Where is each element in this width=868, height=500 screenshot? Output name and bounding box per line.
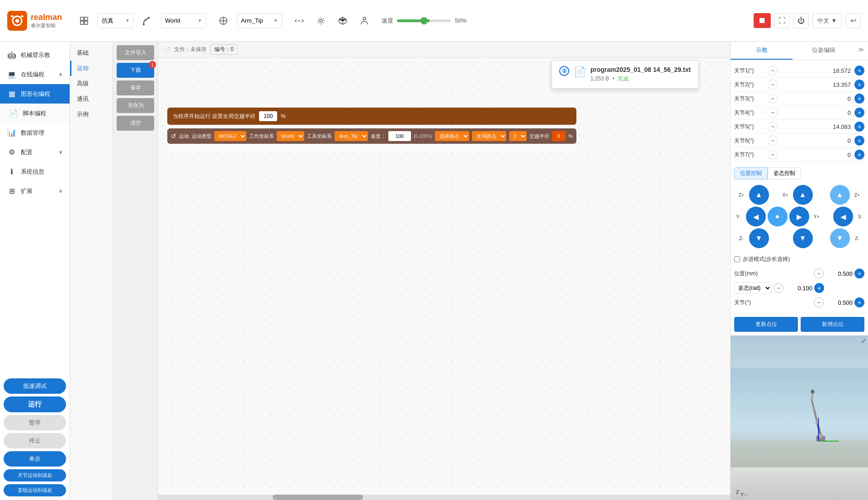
line-to-end-btn[interactable]: 直线运动到该处 (4, 484, 66, 496)
xplus-btn[interactable]: ▲ (793, 185, 813, 205)
fullscreen-btn[interactable]: ⛶ (774, 13, 790, 28)
file-import-btn[interactable]: 文件导入 (117, 45, 154, 60)
sidebar-item-config[interactable]: ⚙ 配置 ∨ (0, 142, 70, 162)
joint-5-minus-btn[interactable]: − (768, 122, 778, 132)
move-waypoint-select[interactable]: 全局路点 (472, 131, 506, 141)
joint-1-label: 关节1(°) (734, 67, 766, 75)
save-as-btn[interactable]: 另存为 (117, 98, 154, 113)
settings-icon-btn[interactable] (313, 13, 329, 29)
arm-tip-icon-btn[interactable] (215, 13, 231, 29)
move-choose-point-select[interactable]: 选择路点 (435, 131, 469, 141)
power-btn[interactable]: ⏻ (793, 13, 809, 28)
pos-plus-btn[interactable]: + (854, 269, 864, 278)
joint-7-plus-btn[interactable]: + (854, 150, 864, 160)
move-block[interactable]: ↺ 运动 运动类型 MOVEJ MOVEL 工作坐标系 World 工具 (167, 128, 576, 144)
pose-plus-btn[interactable]: + (814, 283, 824, 293)
link-icon-btn[interactable] (291, 13, 307, 29)
yplus-btn[interactable]: ▶ (789, 207, 809, 226)
single-step-btn[interactable]: 单步 (4, 451, 66, 467)
stop-btn[interactable]: 停止 (4, 433, 66, 448)
joint-minus-btn[interactable]: − (814, 297, 824, 307)
move-cross-input[interactable] (552, 131, 566, 141)
logout-btn[interactable]: ↩ (845, 13, 861, 28)
pose-dropdown[interactable]: 姿态(rad) 姿态(deg) (734, 282, 772, 294)
zminus-label: Z- (736, 236, 747, 241)
slow-test-btn[interactable]: 低速调试 (4, 378, 66, 394)
world-dropdown[interactable]: World ▼ (161, 13, 206, 28)
canvas-area[interactable]: 当程序开始运行 设置全局交越半径 % ↺ 运动 运动类型 MOVEJ MOVEL (158, 58, 730, 495)
tab-pose-edit[interactable]: 位姿编辑 (793, 42, 854, 60)
joint-2-minus-btn[interactable]: − (768, 80, 778, 90)
mode-dropdown[interactable]: 仿真 ▼ (98, 13, 134, 28)
xdown-btn[interactable]: ▼ (793, 228, 813, 248)
sidebar-item-script-prog[interactable]: 📄 脚本编程 (0, 104, 70, 123)
speed-slider[interactable] (397, 19, 451, 22)
prog-start-value[interactable] (259, 111, 277, 121)
joint-6-plus-btn[interactable]: + (854, 136, 864, 146)
clear-btn[interactable]: 清空 (117, 116, 154, 131)
arm-tip-dropdown[interactable]: Arm_Tip ▼ (237, 13, 282, 28)
move-speed-input[interactable] (388, 131, 411, 141)
cat-item-motion[interactable]: 运动 (70, 61, 113, 76)
right-panel-close-btn[interactable]: ≫ (854, 42, 868, 60)
pos-minus-btn[interactable]: − (814, 269, 824, 278)
person-icon-btn[interactable] (356, 13, 373, 29)
move-arm-tip-select[interactable]: Arm_Tip (335, 131, 368, 141)
joint-6-minus-btn[interactable]: − (768, 136, 778, 146)
scrollbar-thumb[interactable] (273, 495, 363, 500)
sidebar-item-extend[interactable]: ⊞ 扩展 ∨ (0, 181, 70, 201)
ctrl-tab-pos[interactable]: 位置控制 (734, 167, 768, 179)
joint-5-plus-btn[interactable]: + (854, 122, 864, 132)
arm-tip-label: Arm_Tip (241, 17, 263, 24)
joint-3-plus-btn[interactable]: + (854, 94, 864, 104)
save-btn[interactable]: 保存 (117, 80, 154, 95)
cube-icon-btn[interactable] (335, 13, 351, 29)
joint-7-minus-btn[interactable]: − (768, 150, 778, 160)
move-world-select[interactable]: World (277, 131, 304, 141)
viewport-expand-icon[interactable]: ⤢ (861, 337, 866, 344)
cat-example-label: 示例 (77, 111, 89, 118)
ctrl-tab-pose[interactable]: 姿态控制 (768, 167, 801, 179)
yminus-btn[interactable]: ◀ (746, 207, 766, 226)
cat-item-basic[interactable]: 基础 (70, 45, 113, 61)
pause-btn[interactable]: 暂停 (4, 415, 66, 430)
move-type-select[interactable]: MOVEJ MOVEL (214, 131, 246, 141)
sidebar-item-graphic-prog-label: 图形化编程 (21, 90, 50, 98)
zminus-right-btn[interactable]: ▼ (830, 228, 850, 248)
add-point-btn[interactable]: 新增点位 (801, 317, 864, 332)
joint-2-plus-btn[interactable]: + (854, 80, 864, 90)
cat-item-advanced[interactable]: 高级 (70, 76, 113, 91)
robot-icon-btn[interactable] (139, 13, 156, 29)
sidebar-item-data-mgmt[interactable]: 📊 数据管理 (0, 123, 70, 142)
step-mode-checkbox[interactable] (734, 256, 740, 262)
sidebar-item-online-prog[interactable]: 💻 在线编程 ∧ (0, 65, 70, 84)
joint-4-plus-btn[interactable]: + (854, 108, 864, 118)
joint-1-plus-btn[interactable]: + (854, 66, 864, 75)
joint-plus-btn[interactable]: + (854, 297, 864, 307)
joint-4-minus-btn[interactable]: − (768, 108, 778, 118)
zplus-right-btn[interactable]: ▲ (830, 185, 850, 205)
program-start-block[interactable]: 当程序开始运行 设置全局交越半径 % (167, 108, 576, 125)
center-btn[interactable]: ● (768, 207, 788, 226)
language-btn[interactable]: 中文 ▼ (812, 13, 842, 28)
zminus-btn[interactable]: ▼ (749, 228, 769, 248)
zplus-btn[interactable]: ▲ (749, 185, 769, 205)
download-btn[interactable]: 下载 1 (117, 63, 154, 78)
sidebar-item-system-info[interactable]: ℹ 系统信息 (0, 162, 70, 181)
emergency-stop-btn[interactable]: ⏹ (754, 13, 771, 28)
sidebar-item-mechanical[interactable]: 🤖 机械臂示教 (0, 45, 70, 65)
move-num-select[interactable]: 2 (509, 131, 527, 141)
joint-3-minus-btn[interactable]: − (768, 94, 778, 104)
pose-minus-btn[interactable]: − (774, 283, 783, 293)
xleft-btn[interactable]: ◀ (833, 207, 853, 226)
joint-to-end-btn[interactable]: 关节运动到该处 (4, 469, 66, 481)
run-btn[interactable]: 运行 (4, 396, 66, 412)
sidebar-item-graphic-prog[interactable]: ▦ 图形化编程 (0, 84, 70, 104)
horizontal-scrollbar[interactable] (158, 495, 730, 500)
joint-1-minus-btn[interactable]: − (768, 66, 778, 75)
mode-icon-btn[interactable] (76, 13, 92, 29)
cat-item-example[interactable]: 示例 (70, 107, 113, 122)
cat-item-comm[interactable]: 通讯 (70, 91, 113, 107)
update-point-btn[interactable]: 更新点位 (734, 317, 798, 332)
tab-teach[interactable]: 示教 (731, 42, 793, 60)
